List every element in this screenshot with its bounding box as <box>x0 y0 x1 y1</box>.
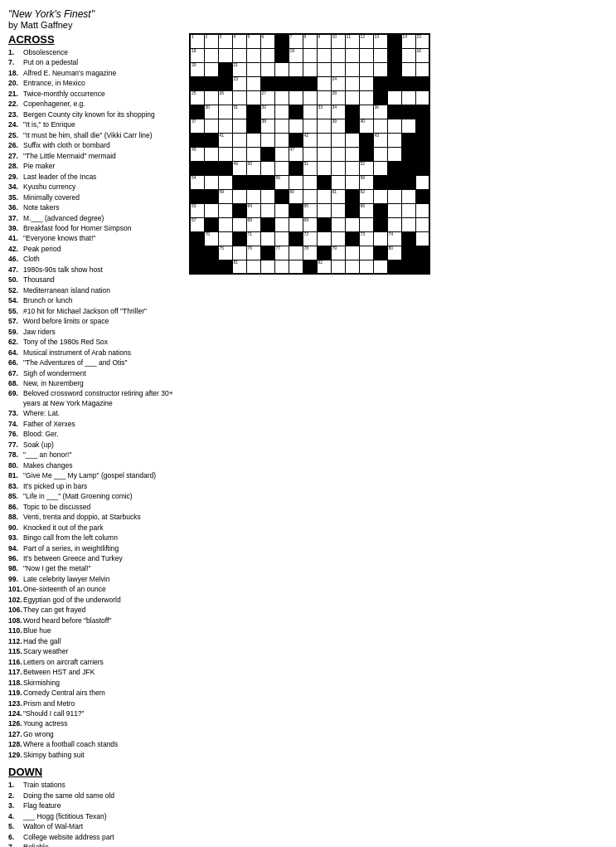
grid-cell[interactable]: 40 <box>359 119 373 133</box>
grid-cell[interactable] <box>274 217 289 231</box>
grid-cell[interactable] <box>373 161 387 175</box>
grid-cell[interactable] <box>232 189 246 203</box>
grid-cell[interactable] <box>401 203 415 217</box>
grid-cell[interactable] <box>303 90 317 105</box>
grid-cell[interactable]: 24 <box>331 76 345 90</box>
grid-cell[interactable]: 72 <box>303 231 317 246</box>
grid-cell[interactable] <box>246 48 260 62</box>
grid-cell[interactable] <box>415 90 429 105</box>
grid-cell[interactable] <box>303 189 317 203</box>
grid-cell[interactable] <box>359 90 373 105</box>
grid-cell[interactable] <box>204 119 218 133</box>
grid-cell[interactable] <box>274 147 289 161</box>
grid-cell[interactable]: 39 <box>331 119 345 133</box>
grid-cell[interactable] <box>373 189 387 203</box>
grid-cell[interactable]: 78 <box>303 246 317 260</box>
grid-cell[interactable]: 4 <box>232 34 246 48</box>
grid-cell[interactable]: 31 <box>232 105 246 119</box>
grid-cell[interactable]: 58 <box>359 175 373 189</box>
grid-cell[interactable]: 59 <box>218 189 232 203</box>
grid-cell[interactable]: 61 <box>331 189 345 203</box>
grid-cell[interactable]: 79 <box>331 246 345 260</box>
grid-cell[interactable] <box>204 203 218 217</box>
grid-cell[interactable]: 9 <box>317 34 331 48</box>
grid-cell[interactable] <box>387 203 401 217</box>
grid-cell[interactable]: 7 <box>289 34 303 48</box>
grid-cell[interactable]: 73 <box>359 231 373 246</box>
grid-cell[interactable] <box>359 246 373 260</box>
crossword-table[interactable]: 1234567891011121314151819162021232425262… <box>189 33 430 275</box>
grid-cell[interactable] <box>401 90 415 105</box>
grid-cell[interactable] <box>260 133 274 147</box>
grid-cell[interactable]: 42 <box>303 133 317 147</box>
grid-cell[interactable] <box>331 231 345 246</box>
grid-cell[interactable] <box>204 147 218 161</box>
grid-cell[interactable] <box>401 48 415 62</box>
grid-cell[interactable] <box>345 133 359 147</box>
grid-cell[interactable] <box>331 217 345 231</box>
grid-cell[interactable] <box>204 175 218 189</box>
grid-cell[interactable] <box>274 105 289 119</box>
grid-cell[interactable]: 25 <box>190 90 204 105</box>
grid-cell[interactable] <box>345 161 359 175</box>
grid-cell[interactable] <box>289 175 303 189</box>
grid-cell[interactable] <box>232 119 246 133</box>
grid-cell[interactable]: 15 <box>415 34 429 48</box>
grid-cell[interactable] <box>303 175 317 189</box>
grid-cell[interactable] <box>274 203 289 217</box>
grid-cell[interactable] <box>387 119 401 133</box>
grid-cell[interactable] <box>373 231 387 246</box>
grid-cell[interactable]: 62 <box>359 189 373 203</box>
grid-cell[interactable] <box>331 161 345 175</box>
grid-cell[interactable]: 47 <box>289 147 303 161</box>
grid-cell[interactable] <box>331 62 345 76</box>
grid-cell[interactable] <box>303 62 317 76</box>
grid-cell[interactable]: 16 <box>415 48 429 62</box>
grid-cell[interactable] <box>415 203 429 217</box>
grid-cell[interactable] <box>204 62 218 76</box>
grid-cell[interactable] <box>246 76 260 90</box>
grid-cell[interactable] <box>373 147 387 161</box>
grid-cell[interactable] <box>260 62 274 76</box>
grid-cell[interactable] <box>345 260 359 274</box>
grid-cell[interactable] <box>373 260 387 274</box>
grid-cell[interactable] <box>274 119 289 133</box>
grid-cell[interactable] <box>246 260 260 274</box>
grid-cell[interactable] <box>415 62 429 76</box>
grid-cell[interactable] <box>331 175 345 189</box>
grid-cell[interactable] <box>289 62 303 76</box>
grid-cell[interactable] <box>415 231 429 246</box>
grid-cell[interactable] <box>246 90 260 105</box>
grid-cell[interactable]: 60 <box>289 189 303 203</box>
grid-cell[interactable]: 8 <box>303 34 317 48</box>
grid-cell[interactable] <box>274 161 289 175</box>
grid-cell[interactable] <box>387 189 401 203</box>
grid-cell[interactable] <box>218 105 232 119</box>
grid-cell[interactable] <box>401 217 415 231</box>
grid-cell[interactable] <box>317 203 331 217</box>
grid-cell[interactable] <box>232 90 246 105</box>
grid-cell[interactable] <box>274 62 289 76</box>
grid-cell[interactable] <box>387 217 401 231</box>
grid-cell[interactable] <box>345 147 359 161</box>
grid-cell[interactable] <box>373 48 387 62</box>
grid-cell[interactable] <box>317 133 331 147</box>
grid-cell[interactable] <box>246 189 260 203</box>
grid-cell[interactable]: 3 <box>218 34 232 48</box>
grid-cell[interactable]: 20 <box>190 62 204 76</box>
grid-cell[interactable] <box>317 90 331 105</box>
grid-cell[interactable]: 10 <box>331 34 345 48</box>
grid-cell[interactable]: 52 <box>359 161 373 175</box>
grid-cell[interactable]: 80 <box>387 246 401 260</box>
grid-cell[interactable]: 43 <box>373 133 387 147</box>
grid-cell[interactable]: 33 <box>317 105 331 119</box>
grid-cell[interactable] <box>303 105 317 119</box>
grid-cell[interactable]: 18 <box>190 48 204 62</box>
grid-cell[interactable] <box>359 260 373 274</box>
grid-cell[interactable]: 21 <box>232 62 246 76</box>
grid-cell[interactable] <box>331 48 345 62</box>
grid-cell[interactable]: 12 <box>359 34 373 48</box>
grid-cell[interactable]: 81 <box>232 260 246 274</box>
grid-cell[interactable] <box>317 76 331 90</box>
grid-cell[interactable]: 49 <box>232 161 246 175</box>
